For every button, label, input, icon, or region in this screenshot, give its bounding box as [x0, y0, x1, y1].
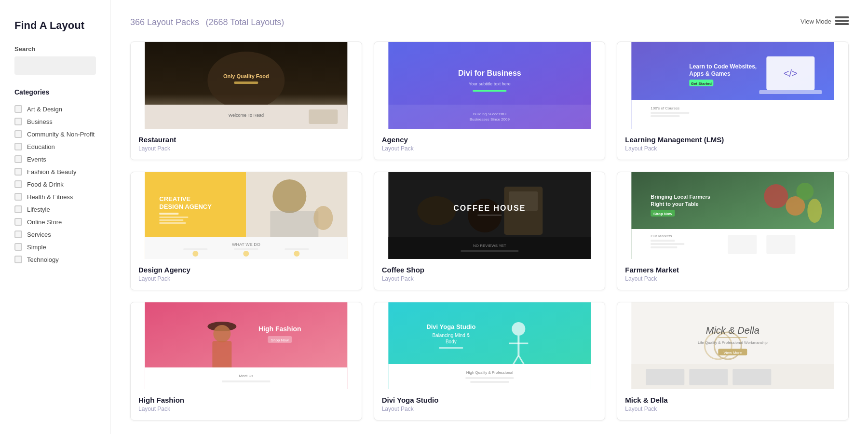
svg-text:High Fashion: High Fashion — [258, 325, 301, 333]
svg-text:DESIGN AGENCY: DESIGN AGENCY — [159, 203, 212, 210]
card-agency[interactable]: Divi for Business Your subtitle text her… — [374, 41, 606, 160]
card-title-design-agency: Design Agency — [138, 266, 354, 274]
card-farmers-market[interactable]: Bringing Local Farmers Right to your Tab… — [617, 172, 849, 290]
svg-rect-31 — [159, 217, 188, 218]
category-checkbox-online-store[interactable] — [14, 218, 22, 226]
search-input[interactable] — [14, 56, 96, 75]
svg-text:Life Quality & Professional Wo: Life Quality & Professional Workmanship — [698, 340, 768, 345]
svg-rect-53 — [388, 237, 591, 259]
card-subtitle-farmers-market: Layout Pack — [625, 275, 841, 282]
card-restaurant[interactable]: Only Quality Food Welcome To Read Restau… — [130, 41, 362, 160]
svg-text:Body: Body — [446, 339, 457, 344]
card-fashion[interactable]: High Fashion Shop Now Meet Us High Fashi… — [130, 302, 362, 420]
svg-rect-70 — [728, 235, 757, 254]
category-checkbox-community-nonprofit[interactable] — [14, 130, 22, 138]
card-thumb-yoga: Divi Yoga Studio Balancing Mind & Body H… — [374, 302, 605, 389]
svg-text:Only Quality Food: Only Quality Food — [223, 73, 269, 79]
category-checkbox-technology[interactable] — [14, 256, 22, 263]
svg-point-42 — [192, 251, 198, 257]
svg-point-59 — [797, 183, 814, 200]
card-title-agency: Agency — [382, 136, 597, 144]
main-title: 366 Layout Packs (2668 Total Layouts) — [130, 14, 284, 28]
category-item-simple[interactable]: Simple — [14, 241, 96, 253]
card-title-coffee-shop: Coffee Shop — [382, 266, 597, 274]
category-item-community-nonprofit[interactable]: Community & Non-Profit — [14, 128, 96, 140]
svg-text:Building Successful: Building Successful — [473, 112, 506, 116]
card-thumb-restaurant: Only Quality Food Welcome To Read — [131, 42, 362, 129]
category-checkbox-food-drink[interactable] — [14, 180, 22, 188]
svg-point-60 — [808, 199, 822, 223]
svg-text:</>: </> — [784, 68, 798, 79]
card-thumb-lms: Learn to Code Websites, Apps & Games Get… — [617, 42, 848, 129]
category-checkbox-business[interactable] — [14, 118, 22, 125]
category-checkbox-simple[interactable] — [14, 243, 22, 251]
view-mode-label: View Mode — [800, 18, 831, 25]
app-container: Find A Layout Search Categories Art & De… — [0, 0, 868, 434]
card-thumb-wedding: Mick & Della Life Quality & Professional… — [617, 302, 848, 389]
svg-rect-94 — [465, 377, 514, 379]
category-name-events: Events — [27, 156, 46, 163]
category-checkbox-art-design[interactable] — [14, 105, 22, 113]
category-item-health-fitness[interactable]: Health & Fitness — [14, 190, 96, 203]
category-item-online-store[interactable]: Online Store — [14, 216, 96, 228]
category-name-technology: Technology — [27, 256, 59, 263]
category-item-business[interactable]: Business — [14, 115, 96, 128]
svg-text:WHAT WE DO: WHAT WE DO — [232, 242, 260, 247]
card-info-restaurant: RestaurantLayout Pack — [131, 129, 362, 160]
svg-rect-6 — [309, 109, 338, 124]
svg-text:Bringing Local Farmers: Bringing Local Farmers — [651, 194, 710, 200]
category-item-events[interactable]: Events — [14, 153, 96, 165]
card-info-lms: Learning Management (LMS)Layout Pack — [617, 129, 848, 160]
card-coffee-shop[interactable]: COFFEE HOUSE NO REVIEWS YET Coffee ShopL… — [374, 172, 606, 290]
sidebar: Find A Layout Search Categories Art & De… — [0, 0, 111, 434]
category-item-lifestyle[interactable]: Lifestyle — [14, 203, 96, 216]
svg-point-74 — [213, 325, 231, 342]
svg-point-34 — [272, 179, 306, 213]
svg-rect-22 — [632, 100, 834, 129]
category-checkbox-health-fitness[interactable] — [14, 193, 22, 201]
svg-rect-107 — [690, 369, 728, 385]
card-subtitle-design-agency: Layout Pack — [138, 275, 354, 282]
sidebar-title: Find A Layout — [14, 19, 96, 32]
card-lms[interactable]: Learn to Code Websites, Apps & Games Get… — [617, 41, 849, 160]
category-item-technology[interactable]: Technology — [14, 253, 96, 266]
svg-rect-106 — [646, 369, 685, 385]
category-checkbox-events[interactable] — [14, 155, 22, 163]
category-checkbox-fashion-beauty[interactable] — [14, 168, 22, 176]
svg-rect-10 — [473, 90, 506, 92]
svg-rect-52 — [477, 215, 502, 216]
card-subtitle-yoga: Layout Pack — [382, 406, 597, 412]
card-subtitle-lms: Layout Pack — [625, 145, 841, 152]
category-checkbox-lifestyle[interactable] — [14, 205, 22, 213]
card-info-coffee-shop: Coffee ShopLayout Pack — [374, 259, 605, 290]
card-info-farmers-market: Farmers MarketLayout Pack — [617, 259, 848, 290]
card-title-restaurant: Restaurant — [138, 136, 354, 144]
card-wedding[interactable]: Mick & Della Life Quality & Professional… — [617, 302, 849, 420]
card-subtitle-fashion: Layout Pack — [138, 406, 354, 412]
category-item-education[interactable]: Education — [14, 140, 96, 153]
svg-text:Our Markets: Our Markets — [651, 234, 672, 238]
svg-rect-79 — [145, 367, 347, 389]
category-checkbox-services[interactable] — [14, 231, 22, 238]
category-name-health-fitness: Health & Fitness — [27, 193, 73, 201]
category-checkbox-education[interactable] — [14, 143, 22, 150]
main-content: 366 Layout Packs (2668 Total Layouts) Vi… — [111, 0, 868, 434]
card-yoga[interactable]: Divi Yoga Studio Balancing Mind & Body H… — [374, 302, 606, 420]
category-item-fashion-beauty[interactable]: Fashion & Beauty — [14, 165, 96, 178]
category-name-community-nonprofit: Community & Non-Profit — [27, 131, 95, 138]
svg-rect-67 — [651, 240, 675, 242]
svg-text:Mick & Della: Mick & Della — [706, 325, 760, 336]
categories-list: Art & DesignBusinessCommunity & Non-Prof… — [14, 103, 96, 266]
svg-text:Learn to Code Websites,: Learn to Code Websites, — [690, 63, 757, 70]
card-title-wedding: Mick & Della — [625, 396, 841, 404]
svg-text:Businesses Since 2009: Businesses Since 2009 — [469, 117, 510, 122]
category-item-art-design[interactable]: Art & Design — [14, 103, 96, 115]
category-item-food-drink[interactable]: Food & Drink — [14, 178, 96, 190]
category-item-services[interactable]: Services — [14, 228, 96, 241]
view-mode-icon[interactable] — [835, 16, 849, 26]
card-design-agency[interactable]: CREATIVE DESIGN AGENCY WHAT WE DO Design… — [130, 172, 362, 290]
svg-rect-101 — [719, 337, 747, 338]
svg-rect-11 — [388, 105, 591, 129]
svg-text:Divi for Business: Divi for Business — [458, 69, 521, 77]
card-info-agency: AgencyLayout Pack — [374, 129, 605, 160]
